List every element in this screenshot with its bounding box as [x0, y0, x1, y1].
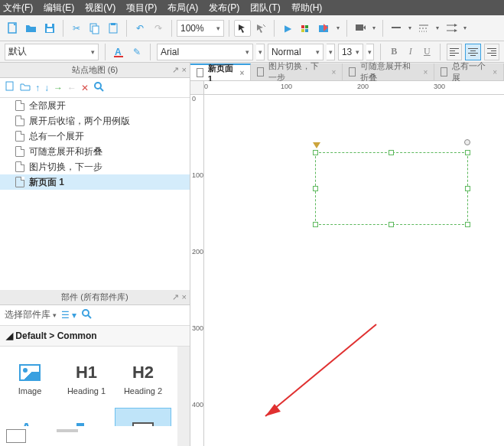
close-icon[interactable]: ×	[331, 68, 336, 77]
document-tab[interactable]: 图片切换，下一步×	[251, 63, 343, 80]
arrowstyle-button[interactable]	[443, 20, 460, 37]
annotation-arrow	[204, 95, 504, 446]
select-mode-button[interactable]	[234, 20, 251, 37]
redo-button[interactable]: ↷	[150, 20, 167, 37]
copy-button[interactable]	[86, 20, 103, 37]
font-select[interactable]: Arial	[157, 44, 253, 60]
menu-layout[interactable]: 布局(A)	[167, 2, 198, 15]
widget-menu-button[interactable]: ☰ ▾	[61, 310, 76, 321]
publish-button[interactable]	[316, 20, 333, 37]
menu-help[interactable]: 帮助(H)	[291, 2, 323, 15]
move-down-button[interactable]: ↓	[44, 83, 49, 93]
preview-button[interactable]: ▶	[279, 20, 296, 37]
menu-publish[interactable]: 发布(P)	[209, 2, 239, 15]
linestyle-dropdown[interactable]: ▾	[434, 24, 441, 31]
ruler-tick: 300	[434, 83, 445, 90]
size-select[interactable]: 13	[338, 44, 363, 60]
add-folder-button[interactable]	[20, 82, 31, 93]
sitemap-item[interactable]: 新页面 1	[0, 174, 190, 190]
arrowstyle-dropdown[interactable]: ▾	[461, 24, 469, 31]
line-dropdown[interactable]: ▾	[406, 24, 414, 31]
panel-menu-icon[interactable]: ↗	[172, 65, 179, 75]
size-dropdown[interactable]: ▾	[366, 44, 375, 60]
resize-handle-nw[interactable]	[313, 150, 318, 155]
cut-button[interactable]: ✂	[68, 20, 85, 37]
style-select[interactable]: 默认	[5, 44, 99, 60]
sitemap-item[interactable]: 图片切换，下一步	[0, 159, 190, 174]
resize-handle-ne[interactable]	[465, 150, 470, 155]
document-tab[interactable]: 新页面 1×	[190, 63, 251, 80]
widgets-close-icon[interactable]: ×	[182, 292, 187, 302]
align-right-button[interactable]	[484, 44, 499, 60]
document-tab[interactable]: 总有一个展×	[434, 63, 504, 80]
menu-file[interactable]: 文件(F)	[3, 2, 33, 15]
widgets-menu-icon[interactable]: ↗	[172, 292, 179, 302]
preview-options-button[interactable]	[298, 20, 314, 37]
ruler-corner	[190, 81, 204, 95]
font-dropdown[interactable]: ▾	[256, 44, 265, 60]
widget-lib-select[interactable]: 选择部件库	[5, 308, 57, 321]
sitemap-item[interactable]: 全部展开	[0, 98, 190, 113]
publish-dropdown[interactable]: ▾	[334, 24, 342, 31]
menu-edit[interactable]: 编辑(E)	[44, 2, 74, 15]
widget-label: Image	[18, 386, 42, 396]
widget-item-image[interactable]: Image	[2, 351, 58, 408]
menu-project[interactable]: 项目(P)	[126, 2, 157, 15]
widget-item-h2[interactable]: H2Heading 2	[115, 351, 171, 408]
menu-view[interactable]: 视图(V)	[85, 2, 115, 15]
move-left-button[interactable]: ←	[67, 83, 76, 93]
widget-search-button[interactable]	[81, 308, 92, 321]
rotate-handle[interactable]	[464, 139, 470, 145]
new-file-button[interactable]	[5, 20, 21, 37]
move-right-button[interactable]: →	[54, 83, 63, 93]
panel-close-icon[interactable]: ×	[182, 65, 187, 75]
search-sitemap-button[interactable]	[93, 81, 104, 94]
connect-mode-button[interactable]	[252, 20, 269, 37]
widget-item-para[interactable]: Paragraph	[58, 408, 115, 427]
annotation-marker-icon[interactable]	[313, 142, 320, 148]
add-page-button[interactable]: +	[5, 81, 15, 94]
widget-item-label[interactable]: ALabel	[2, 408, 58, 427]
resize-handle-se[interactable]	[465, 222, 470, 227]
fill-dropdown[interactable]: ▾	[370, 24, 378, 31]
paste-button[interactable]	[105, 20, 122, 37]
resize-handle-s[interactable]	[389, 222, 394, 227]
resize-handle-sw[interactable]	[313, 222, 318, 227]
resize-handle-n[interactable]	[389, 150, 394, 155]
text-color-button[interactable]: A	[112, 44, 126, 60]
zoom-select[interactable]: 100%	[177, 20, 224, 37]
undo-button[interactable]: ↶	[132, 20, 148, 37]
tab-label: 总有一个展	[452, 60, 488, 83]
bold-button[interactable]: B	[387, 44, 401, 60]
sitemap-item[interactable]: 可随意展开和折叠	[0, 144, 190, 159]
eyedropper-button[interactable]: ✎	[129, 44, 144, 60]
close-icon[interactable]: ×	[493, 68, 497, 77]
open-folder-button[interactable]	[23, 20, 40, 37]
underline-button[interactable]: U	[421, 44, 434, 60]
weight-select[interactable]: Normal	[268, 44, 324, 60]
canvas[interactable]	[204, 95, 504, 446]
delete-page-button[interactable]: ✕	[81, 83, 89, 93]
document-tab[interactable]: 可随意展开和折叠×	[343, 63, 434, 80]
selected-rectangle[interactable]	[315, 152, 468, 225]
widget-item-h1[interactable]: H1Heading 1	[58, 351, 115, 408]
weight-dropdown[interactable]: ▾	[327, 44, 335, 60]
align-left-button[interactable]	[447, 44, 462, 60]
line-button[interactable]	[388, 20, 405, 37]
linestyle-button[interactable]	[415, 20, 432, 37]
align-center-button[interactable]	[465, 44, 480, 60]
resize-handle-e[interactable]	[465, 186, 470, 191]
sitemap-item[interactable]: 展开后收缩，两个用例版	[0, 113, 190, 129]
fill-button[interactable]	[352, 20, 369, 37]
close-icon[interactable]: ×	[423, 68, 428, 77]
italic-button[interactable]: I	[404, 44, 418, 60]
svg-point-29	[95, 83, 101, 89]
sitemap-item[interactable]: 总有一个展开	[0, 129, 190, 144]
widget-item-rect[interactable]: Rectangle	[115, 408, 171, 427]
menu-team[interactable]: 团队(T)	[250, 2, 280, 15]
resize-handle-w[interactable]	[313, 186, 318, 191]
move-up-button[interactable]: ↑	[35, 83, 40, 93]
close-icon[interactable]: ×	[239, 69, 244, 77]
save-button[interactable]	[41, 20, 58, 37]
widget-library-title[interactable]: ◢ Default > Common	[0, 325, 190, 347]
